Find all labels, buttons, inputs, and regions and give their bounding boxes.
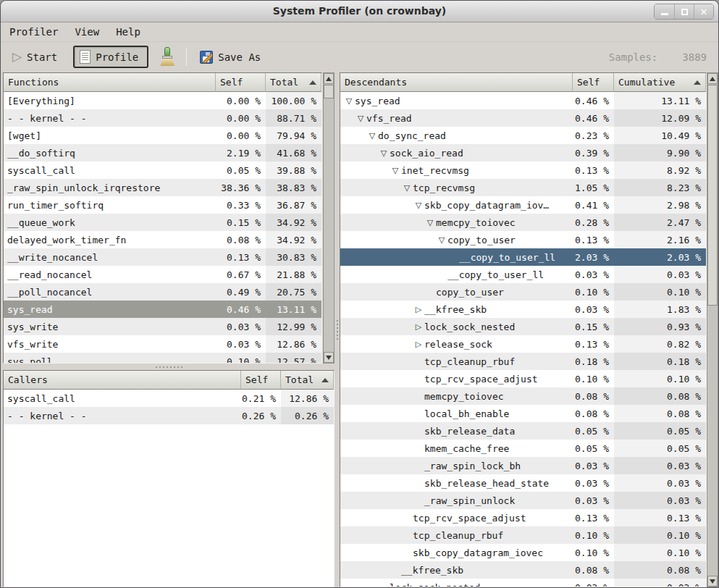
table-row[interactable]: __write_nocancel0.13 %30.83 % (4, 248, 321, 266)
table-row[interactable]: skb_copy_datagram_iovec0.10 %0.10 % (340, 544, 706, 561)
table-row[interactable]: _raw_spin_lock_bh0.03 %0.03 % (340, 457, 706, 474)
expander-open-icon[interactable]: ▽ (424, 219, 436, 227)
table-row[interactable]: lock_sock_nested0.03 %0.03 % (340, 579, 706, 587)
scrollbar-thumb[interactable] (707, 85, 718, 306)
expander-collapsed-icon[interactable]: ▷ (413, 323, 424, 331)
expander-open-icon[interactable]: ▽ (401, 184, 413, 192)
table-row[interactable]: run_timer_softirq0.33 %36.87 % (4, 196, 321, 214)
table-row[interactable]: [Everything]0.00 %100.00 % (4, 92, 321, 109)
table-row[interactable]: ▽memcpy_toiovec0.28 %2.47 % (340, 214, 706, 231)
scroll-up-button[interactable] (324, 73, 334, 84)
function-name-label: tcp_recvmsg (413, 182, 475, 193)
expander-open-icon[interactable]: ▽ (413, 201, 424, 209)
table-row[interactable]: ▽do_sync_read0.23 %10.49 % (340, 127, 706, 144)
column-header-total[interactable]: Total (266, 73, 321, 92)
expander-open-icon[interactable]: ▽ (366, 132, 378, 140)
table-row[interactable]: syscall_call0.05 %39.88 % (4, 161, 321, 179)
save-as-button[interactable]: Save As (195, 48, 265, 67)
table-row[interactable]: __poll_nocancel0.49 %20.75 % (4, 283, 321, 301)
total-percent: 12.86 % (281, 390, 334, 407)
table-row[interactable]: ▽sys_read0.46 %13.11 % (340, 92, 706, 109)
table-row[interactable]: ▽vfs_read0.46 %12.09 % (340, 109, 706, 127)
table-row[interactable]: syscall_call0.21 %12.86 % (4, 390, 334, 407)
menu-profiler[interactable]: Profiler (8, 25, 59, 39)
table-row[interactable]: __read_nocancel0.67 %21.88 % (4, 266, 321, 283)
table-row[interactable]: __kfree_skb0.08 %0.08 % (340, 561, 706, 579)
table-row[interactable]: ▷__kfree_skb0.03 %1.83 % (340, 301, 706, 318)
expander-open-icon[interactable]: ▽ (378, 149, 390, 157)
scroll-down-button[interactable] (324, 352, 334, 363)
expander-open-icon[interactable]: ▽ (390, 167, 401, 175)
table-row[interactable]: __do_softirq2.19 %41.68 % (4, 144, 321, 161)
table-row[interactable]: vfs_write0.03 %12.86 % (4, 335, 321, 353)
maximize-button[interactable] (674, 4, 694, 19)
profile-toggle-button[interactable]: Profile (73, 46, 148, 68)
table-row[interactable]: __copy_to_user_ll2.03 %2.03 % (340, 248, 706, 266)
table-row[interactable]: _raw_spin_unlock_irqrestore38.36 %38.83 … (4, 179, 321, 196)
scroll-up-button[interactable] (707, 73, 718, 84)
table-row[interactable]: skb_release_head_state0.03 %0.03 % (340, 474, 706, 492)
table-row[interactable]: [wget]0.00 %79.94 % (4, 127, 321, 144)
table-row[interactable]: copy_to_user0.10 %0.10 % (340, 283, 706, 301)
close-button[interactable]: ✕ (694, 4, 713, 19)
titlebar[interactable]: System Profiler (on crownbay) ✕ (1, 1, 718, 22)
cumulative-percent: 0.10 % (614, 370, 706, 387)
column-header-functions[interactable]: Functions (4, 73, 216, 92)
menu-view[interactable]: View (73, 25, 101, 39)
column-header-cumulative[interactable]: Cumulative (614, 73, 706, 92)
table-row[interactable]: ▷lock_sock_nested0.15 %0.93 % (340, 318, 706, 335)
scrollbar-thumb[interactable] (324, 85, 334, 98)
table-row[interactable]: memcpy_toiovec0.08 %0.08 % (340, 387, 706, 405)
column-header-total[interactable]: Total (281, 371, 334, 390)
table-row[interactable]: - - kernel - -0.00 %88.71 % (4, 109, 321, 127)
functions-scrollbar[interactable] (323, 72, 335, 364)
table-row[interactable]: sys_write0.03 %12.99 % (4, 318, 321, 335)
minimize-button[interactable] (655, 4, 674, 19)
column-header-self[interactable]: Self (241, 371, 281, 390)
table-row[interactable]: __copy_to_user_ll0.03 %0.03 % (340, 266, 706, 283)
table-row[interactable]: local_bh_enable0.08 %0.08 % (340, 405, 706, 422)
table-row[interactable]: _raw_spin_unlock0.03 %0.03 % (340, 492, 706, 509)
start-button[interactable]: ▷ Start (8, 48, 62, 66)
table-row[interactable]: ▽skb_copy_datagram_iov…0.41 %2.98 % (340, 196, 706, 214)
table-row[interactable]: tcp_rcv_space_adjust0.13 %0.13 % (340, 509, 706, 526)
expander-collapsed-icon[interactable]: ▷ (413, 306, 424, 314)
expander-open-icon[interactable]: ▽ (436, 236, 447, 244)
table-row[interactable]: tcp_rcv_space_adjust0.10 %0.10 % (340, 370, 706, 387)
table-row[interactable]: ▽copy_to_user0.13 %2.16 % (340, 231, 706, 248)
horizontal-splitter[interactable] (3, 364, 335, 370)
self-percent: 0.39 % (573, 148, 614, 159)
table-row[interactable]: - - kernel - -0.26 %0.26 % (4, 407, 334, 424)
self-percent: 0.10 % (573, 374, 614, 385)
cumulative-percent: 0.03 % (614, 492, 706, 509)
table-row[interactable]: ▷release_sock0.13 %0.82 % (340, 335, 706, 353)
expander-open-icon[interactable]: ▽ (343, 97, 355, 105)
table-row[interactable]: tcp_cleanup_rbuf0.10 %0.10 % (340, 526, 706, 544)
table-row[interactable]: ▽tcp_recvmsg1.05 %8.23 % (340, 179, 706, 196)
table-row[interactable]: sys_poll0.10 %12.57 % (4, 353, 321, 364)
column-header-callers[interactable]: Callers (4, 371, 241, 390)
self-percent: 0.10 % (573, 530, 614, 541)
scroll-down-button[interactable] (707, 576, 718, 587)
table-row[interactable]: __queue_work0.15 %34.92 % (4, 214, 321, 231)
total-percent: 21.88 % (266, 266, 321, 283)
expander-open-icon[interactable]: ▽ (355, 114, 366, 122)
samples-value: 3889 (682, 51, 707, 63)
function-name-label: inet_recvmsg (401, 165, 469, 176)
table-row[interactable]: sys_read0.46 %13.11 % (4, 301, 321, 318)
descendants-scrollbar[interactable] (707, 72, 718, 587)
vertical-splitter[interactable] (335, 72, 340, 587)
menu-help[interactable]: Help (114, 25, 142, 39)
reset-button[interactable] (157, 46, 177, 68)
table-row[interactable]: ▽sock_aio_read0.39 %9.90 % (340, 144, 706, 161)
table-row[interactable]: tcp_cleanup_rbuf0.18 %0.18 % (340, 353, 706, 370)
table-row[interactable]: delayed_work_timer_fn0.08 %34.92 % (4, 231, 321, 248)
column-header-descendants[interactable]: Descendants (340, 73, 573, 92)
column-header-self[interactable]: Self (573, 73, 614, 92)
self-percent: 0.15 % (573, 322, 614, 332)
table-row[interactable]: skb_release_data0.05 %0.05 % (340, 422, 706, 440)
column-header-self[interactable]: Self (216, 73, 266, 92)
table-row[interactable]: kmem_cache_free0.05 %0.05 % (340, 440, 706, 457)
table-row[interactable]: ▽inet_recvmsg0.13 %8.92 % (340, 161, 706, 179)
expander-collapsed-icon[interactable]: ▷ (413, 340, 424, 348)
